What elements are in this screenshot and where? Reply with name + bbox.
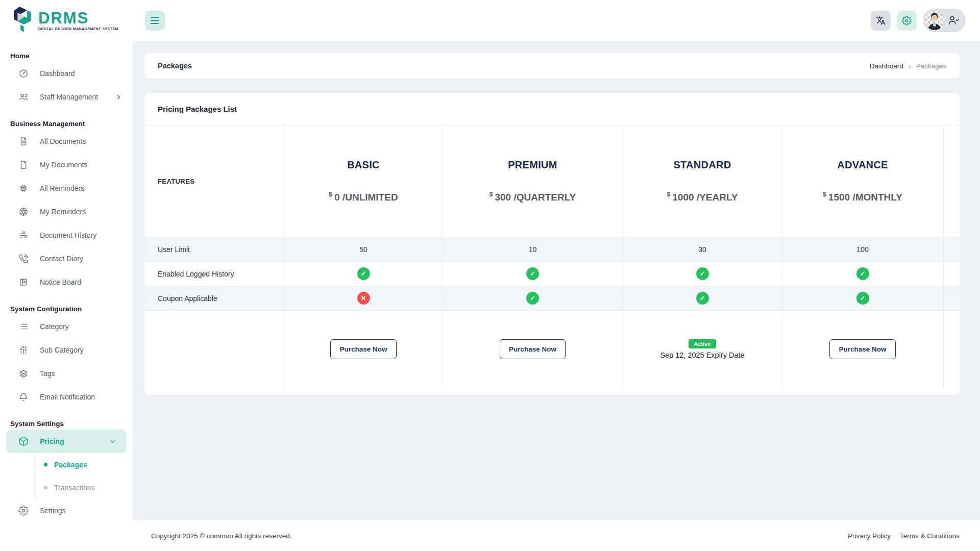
- sidebar-item-all-documents[interactable]: All Documents: [0, 130, 133, 153]
- purchase-now-button-advance[interactable]: Purchase Now: [829, 339, 895, 359]
- document-lines-icon: [18, 136, 29, 146]
- avatar: [925, 11, 944, 30]
- package-header-standard: STANDARD $1000 /YEARLY: [623, 126, 781, 237]
- sidebar-item-label: My Reminders: [40, 208, 86, 216]
- sidebar-item-contact-diary[interactable]: Contact Diary: [0, 247, 133, 270]
- sidebar-item-label: Packages: [54, 461, 87, 469]
- topbar: [133, 0, 980, 41]
- pricing-table-action-row: Purchase Now Purchase Now Active Sep 12,…: [144, 310, 960, 388]
- breadcrumb-dashboard-link[interactable]: Dashboard: [870, 62, 903, 70]
- bullet-dot-icon: [44, 463, 47, 466]
- hamburger-icon: [151, 17, 159, 18]
- sidebar-item-staff-management[interactable]: Staff Management: [0, 85, 133, 109]
- sidebar-item-packages[interactable]: Packages: [36, 453, 133, 476]
- package-price: $1000 /YEARLY: [667, 191, 738, 203]
- sidebar-item-label: Transactions: [54, 484, 95, 492]
- check-circle-icon: [856, 267, 869, 280]
- package-icon: [18, 436, 29, 446]
- sidebar-item-label: Dashboard: [40, 69, 75, 78]
- package-price: $0 /UNLIMITED: [329, 191, 398, 203]
- file-icon: [18, 160, 29, 170]
- aperture-icon: [18, 207, 29, 217]
- translate-icon: [876, 16, 886, 26]
- sidebar-item-label: All Documents: [40, 137, 86, 145]
- breadcrumb-current: Packages: [916, 62, 946, 70]
- sidebar-section-system-configuration: System Configuration: [10, 305, 133, 313]
- check-circle-icon: [526, 267, 539, 280]
- purchase-now-button-basic[interactable]: Purchase Now: [330, 339, 396, 359]
- check-circle-icon: [696, 292, 709, 305]
- settings-button[interactable]: [897, 11, 917, 31]
- sidebar-item-label: My Documents: [40, 161, 87, 169]
- pricing-card-title: Pricing Packages List: [144, 93, 960, 126]
- dashboard-icon: [18, 68, 29, 79]
- translate-button[interactable]: [871, 11, 891, 31]
- page-title: Packages: [158, 62, 192, 70]
- check-circle-icon: [696, 267, 709, 280]
- package-name: PREMIUM: [508, 159, 557, 171]
- user-check-icon: [949, 15, 959, 26]
- sidebar-item-tags[interactable]: Tags: [0, 362, 133, 385]
- chevron-right-icon: [909, 62, 911, 70]
- sidebar-item-sub-category[interactable]: Sub Category: [0, 338, 133, 362]
- cross-circle-icon: [357, 292, 370, 305]
- sidebar-item-email-notification[interactable]: Email Notification: [0, 385, 133, 409]
- breadcrumb: Dashboard Packages: [870, 62, 946, 70]
- sidebar-item-settings[interactable]: Settings: [0, 499, 133, 522]
- package-header-advance: ADVANCE $1500 /MONTHLY: [781, 126, 944, 237]
- sidebar-section-business-management: Business Management: [10, 120, 133, 128]
- sidebar-item-label: Tags: [40, 369, 55, 378]
- pricing-submenu: Packages Transactions: [36, 453, 133, 499]
- cpu-icon: [18, 183, 29, 193]
- feature-label: User Limit: [144, 237, 284, 261]
- staff-management-icon: [18, 92, 29, 102]
- sidebar-item-all-reminders[interactable]: All Reminders: [0, 177, 133, 200]
- sidebar-item-pricing[interactable]: Pricing: [6, 430, 127, 453]
- board-icon: [18, 277, 29, 287]
- user-limit-premium: 10: [442, 237, 623, 261]
- feature-label: Coupon Applicable: [144, 286, 284, 310]
- brand-logo-mark-icon: [9, 6, 34, 35]
- user-limit-basic: 50: [284, 237, 442, 261]
- sidebar-item-category[interactable]: Category: [0, 315, 133, 338]
- purchase-now-button-premium[interactable]: Purchase Now: [500, 339, 566, 359]
- table-row-enabled-logged-history: Enabled Logged History: [144, 261, 960, 286]
- gear-icon: [902, 16, 912, 26]
- copyright-text: Copyright 2025 © common All rights reser…: [151, 532, 292, 540]
- package-name: BASIC: [347, 159, 380, 171]
- sidebar-section-home: Home: [10, 52, 133, 60]
- package-name: STANDARD: [673, 159, 731, 171]
- privacy-policy-link[interactable]: Privacy Policy: [848, 532, 891, 540]
- check-circle-icon: [357, 267, 370, 280]
- check-circle-icon: [526, 292, 539, 305]
- sidebar-item-my-documents[interactable]: My Documents: [0, 153, 133, 177]
- sidebar-item-document-history[interactable]: Document History: [0, 223, 133, 247]
- layers-icon: [18, 368, 29, 379]
- brand-name: DRMS: [38, 10, 118, 26]
- features-column-header: FEATURES: [158, 178, 194, 185]
- sidebar-item-label: Staff Management: [40, 93, 98, 101]
- sidebar-item-label: Email Notification: [40, 393, 95, 401]
- pricing-table-header-row: FEATURES BASIC $0 /UNLIMITED PREMIUM $30…: [144, 126, 960, 237]
- package-header-premium: PREMIUM $300 /QUARTERLY: [442, 126, 623, 237]
- sidebar-item-transactions[interactable]: Transactions: [36, 476, 133, 499]
- hamburger-menu-button[interactable]: [145, 11, 165, 31]
- brand-tagline: DIGITAL RECORD MANAGEMENT SYSTEM: [38, 28, 118, 31]
- profile-menu[interactable]: [923, 9, 966, 32]
- sidebar-item-my-reminders[interactable]: My Reminders: [0, 200, 133, 223]
- terms-conditions-link[interactable]: Terms & Conditions: [900, 532, 960, 540]
- bullet-dot-icon: [44, 486, 47, 489]
- chevron-down-icon: [109, 438, 116, 445]
- app-root: DRMS DIGITAL RECORD MANAGEMENT SYSTEM Ho…: [0, 0, 980, 551]
- table-row-coupon-applicable: Coupon Applicable: [144, 286, 960, 310]
- sidebar-item-label: All Reminders: [40, 184, 84, 192]
- sidebar-item-dashboard[interactable]: Dashboard: [0, 62, 133, 85]
- pricing-packages-card: Pricing Packages List FEATURES BASIC $0 …: [144, 93, 960, 395]
- sidebar-item-label: Pricing: [40, 437, 64, 445]
- brand-logo[interactable]: DRMS DIGITAL RECORD MANAGEMENT SYSTEM: [0, 0, 133, 41]
- package-name: ADVANCE: [837, 159, 888, 171]
- user-limit-advance: 100: [781, 237, 944, 261]
- content-area: Packages Dashboard Packages Pricing Pack…: [133, 41, 980, 520]
- sidebar-item-notice-board[interactable]: Notice Board: [0, 270, 133, 294]
- sidebar-section-system-settings: System Settings: [10, 420, 133, 428]
